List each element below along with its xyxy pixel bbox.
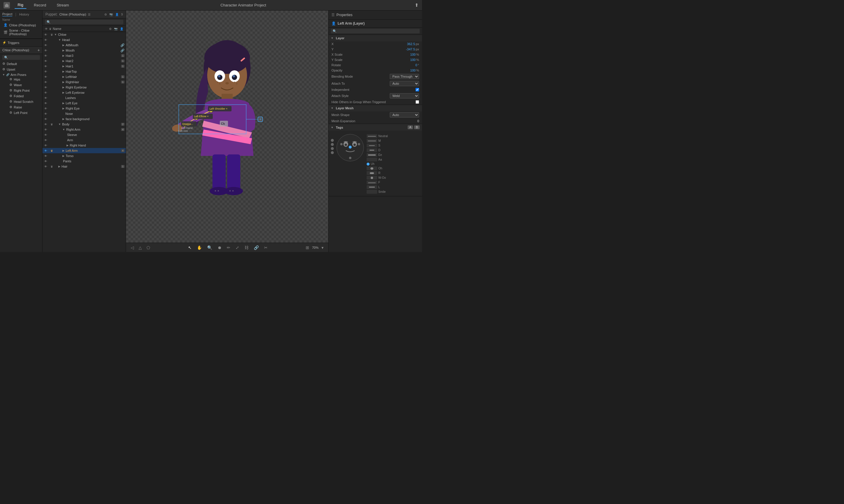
prop-meshshape-dropdown[interactable]: Auto [390,112,419,118]
tool-lasso[interactable]: ✂ [263,245,269,251]
add-trigger-button[interactable]: + [37,48,40,52]
prop-opacity-value[interactable]: 100 [398,69,416,72]
trigger-item-left-point[interactable]: ⚙ Left Point [7,110,40,115]
tag-a-button[interactable]: A [408,125,413,129]
tag-b-button[interactable]: B [414,125,420,129]
layer-row-leftarm[interactable]: 👁 ♛ ▶ Left Arm 4 [42,148,126,153]
svg-point-4 [204,42,250,74]
prop-x-value[interactable]: 362.5 [397,42,415,46]
trigger-item-hips[interactable]: ⚙ Hips [7,76,40,82]
prop-hideothers-checkbox[interactable] [416,100,419,104]
viseme-r: R [366,171,388,175]
props-section-tags-header[interactable]: ▼ Tags A B [328,124,422,131]
tool-record[interactable]: ⏺ [216,245,223,251]
trigger-group-arm-poses[interactable]: ▼ 🔗 Arm Poses ⚙ Hips ⚙ Wave [0,72,42,116]
layer-row-righteyebrow[interactable]: 👁 ▶ Right Eyebrow [42,85,126,90]
tool-cursor[interactable]: ↖ [187,245,193,251]
layer-row-lashes[interactable]: 👁 Lashes [42,95,126,101]
trigger-item-default[interactable]: ⚙ Default [0,61,42,67]
section-collapse-tags[interactable]: ▼ [331,126,334,129]
triggers-search-input[interactable] [2,55,40,60]
tool-link[interactable]: ⛓ [243,245,250,251]
layer-row-arm[interactable]: 👁 Arm [42,138,126,143]
section-collapse-layer[interactable]: ▼ [331,37,334,39]
tool-edit[interactable]: ✏ [226,245,232,251]
props-section-layer-header[interactable]: ▼ Layer [328,35,422,41]
tool-hand[interactable]: ✋ [196,245,203,251]
history-tab[interactable]: History [19,13,29,16]
layer-row-facebg[interactable]: 👁 ▶ face background [42,116,126,122]
viseme-d: D [366,148,388,152]
layer-row-torso[interactable]: 👁 ▶ Torso [42,153,126,159]
tab-rig[interactable]: Rig [15,1,26,9]
face-dot-ml[interactable] [331,143,334,146]
tool-magnify[interactable]: 🔍 [206,245,213,251]
puppet-search-input[interactable] [45,20,123,24]
svg-text:×: × [215,189,216,193]
layer-row-righthair[interactable]: 👁 ▶ RightHair 1 [42,79,126,85]
layer-row-righteye[interactable]: 👁 ▶ Right Eye [42,106,126,111]
tool-pentagon[interactable]: ⬠ [145,245,151,251]
face-dot-active-row: Uh [366,162,388,165]
tab-record[interactable]: Record [31,2,49,8]
prop-attachstyle-dropdown[interactable]: Weld [390,93,419,98]
section-collapse-mesh[interactable]: ▼ [331,107,334,110]
face-dot-tl[interactable] [331,139,334,142]
layer-row-hair2[interactable]: 👁 ▶ Hair2 1 [42,58,126,64]
layer-row-lefteyebrow[interactable]: 👁 ▶ Left Eyebrow [42,90,126,95]
tab-stream[interactable]: Stream [54,2,72,8]
layer-row-nose[interactable]: 👁 Nose [42,111,126,116]
layer-row-chloe[interactable]: 👁 ♛ ▼ Chloe [42,32,126,37]
layer-row-righthand[interactable]: 👁 ▶ Right Hand [42,143,126,148]
svg-point-24 [234,82,235,83]
face-dot-bl[interactable] [331,147,334,150]
trigger-item-wave[interactable]: ⚙ Wave [7,82,40,88]
layer-row-lefthair[interactable]: 👁 ▶ LeftHair 1 [42,74,126,79]
layer-row-hair3[interactable]: 👁 ▶ Hair3 1 [42,53,126,58]
home-button[interactable] [3,2,10,8]
prop-blending-dropdown[interactable]: Pass Through [390,74,419,79]
tool-chain[interactable]: 🔗 [253,245,260,251]
prop-independent-checkbox[interactable] [416,88,419,91]
layer-row-lefteye[interactable]: 👁 ▶ Left Eye [42,101,126,106]
prop-attachto-dropdown[interactable]: Auto [390,81,419,86]
svg-rect-8 [227,155,240,190]
tool-left-arrow[interactable]: ◁ [129,245,135,251]
canvas-viewport[interactable]: × × × × [126,11,328,242]
svg-text:Dragga...: Dragga... [182,123,193,125]
layer-row-head[interactable]: 👁 ▼ Head [42,37,126,42]
project-item-scene[interactable]: 🎬 Scene - Chloe (Photoshop) [2,28,40,37]
prop-meshexp-value[interactable]: 0 [401,119,419,123]
viseme-woo: W-Oo [366,176,388,180]
layer-row-hair1[interactable]: 👁 ▶ Hair1 1 [42,64,126,69]
export-button[interactable]: ⬆ [415,2,418,8]
prop-rotate-value[interactable]: 0 [400,63,417,67]
layer-row-sleeve[interactable]: 👁 Sleeve [42,132,126,138]
trigger-item-right-point[interactable]: ⚙ Right Point [7,88,40,93]
face-dot-bml[interactable] [331,151,334,154]
project-item-chloe[interactable]: 👤 Chloe (Photoshop) [2,22,40,28]
layer-row-mouth[interactable]: 👁 ▶ Mouth 🔗 [42,48,126,53]
layer-row-altmouth[interactable]: 👁 ▶ AltMouth 🔗 [42,42,126,48]
prop-y-value[interactable]: -347.5 [397,48,415,51]
trigger-item-head-scratch[interactable]: ⚙ Head Scratch [7,99,40,104]
prop-yscale-value[interactable]: 100 [398,58,416,61]
trigger-item-folded[interactable]: ⚙ Folded [7,93,40,99]
prop-blending-label: Blending Mode [331,75,390,78]
layer-row-hair[interactable]: 👁 ♛ ▶ Hair 1 [42,164,126,169]
props-section-mesh-header[interactable]: ▼ Layer Mesh [328,105,422,111]
prop-xscale-value[interactable]: 100 [398,53,416,56]
tool-transform[interactable]: ⤢ [234,245,240,251]
layer-row-hairtop[interactable]: 👁 ▶ HairTop [42,69,126,74]
tool-triangle[interactable]: △ [138,245,143,251]
layer-vis-chloe[interactable]: 👁 [42,33,49,36]
zoom-dropdown[interactable]: ▾ [320,245,325,251]
layer-row-body[interactable]: 👁 ♛ ▼ Body 2 [42,122,126,127]
project-tab[interactable]: Project [2,12,12,16]
properties-search-input[interactable] [331,29,420,33]
tool-grid[interactable]: ⊞ [304,245,310,251]
trigger-item-upset[interactable]: ⚙ Upset [0,67,42,72]
layer-row-pants[interactable]: 👁 Pants [42,159,126,164]
trigger-item-raise[interactable]: ⚙ Raise [7,104,40,110]
layer-row-rightarm[interactable]: 👁 ▼ Right Arm 4 [42,127,126,132]
